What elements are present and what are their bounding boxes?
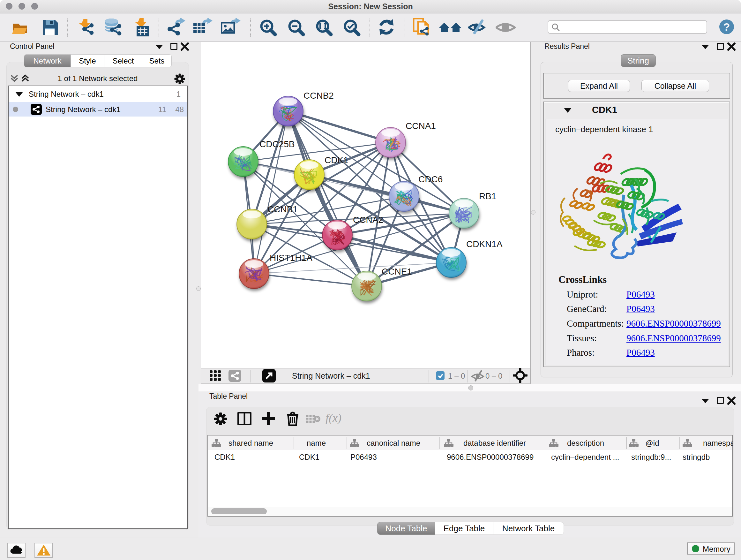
svg-text:CDC6: CDC6 — [418, 174, 443, 184]
svg-text:CCNA1: CCNA1 — [406, 121, 436, 131]
svg-text:HIST1H1A: HIST1H1A — [270, 253, 313, 263]
svg-text:RB1: RB1 — [479, 191, 496, 201]
svg-text:CDKN1A: CDKN1A — [466, 239, 502, 249]
svg-text:CCNA2: CCNA2 — [353, 215, 383, 225]
svg-text:CDK1: CDK1 — [325, 155, 348, 165]
svg-text:CDC25B: CDC25B — [259, 139, 294, 149]
svg-text:CCNE1: CCNE1 — [382, 266, 412, 276]
svg-text:CCNB2: CCNB2 — [304, 91, 334, 101]
svg-text:CCNB1: CCNB1 — [267, 204, 298, 214]
